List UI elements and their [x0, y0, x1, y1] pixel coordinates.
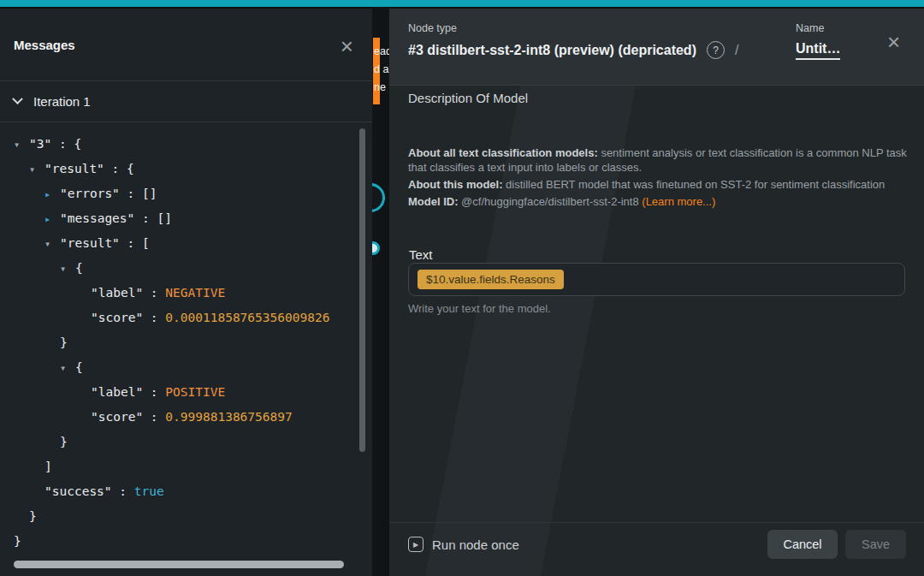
messages-title: Messages: [14, 38, 75, 52]
json-value: 0.999881386756897: [165, 410, 292, 424]
separator-slash: /: [735, 43, 738, 58]
json-tree: ▾"3" : {▾"result" : {▸"errors" : []▸"mes…: [0, 132, 358, 554]
node-config-content: Node type #3 distilbert-sst-2-int8 (prev…: [389, 9, 924, 576]
canvas-connector-icon[interactable]: [372, 241, 380, 255]
cancel-button[interactable]: Cancel: [767, 530, 838, 559]
json-value: true: [134, 484, 164, 498]
json-tree-line: "success" : true: [0, 479, 358, 504]
json-tree-line: }: [0, 504, 358, 529]
collapse-arrow-icon[interactable]: ▾: [60, 356, 75, 381]
text-field-label: Text: [409, 247, 433, 262]
json-tree-line: ▸"errors" : []: [0, 181, 358, 206]
canvas-node-text: eadd arne: [374, 43, 389, 97]
json-tree-line: "label" : POSITIVE: [0, 380, 358, 405]
json-tree-line: ▸"messages" : []: [0, 206, 358, 231]
text-input[interactable]: $10.value.fields.Reasons: [408, 263, 905, 296]
node-config-panel: Node type #3 distilbert-sst-2-int8 (prev…: [389, 9, 924, 576]
variable-chip[interactable]: $10.value.fields.Reasons: [418, 270, 564, 289]
collapse-arrow-icon[interactable]: ▾: [44, 232, 60, 257]
run-node-label: Run node once: [432, 537, 519, 552]
input-helper-text: Write your text for the model.: [408, 302, 551, 315]
description-bold: About this model:: [408, 178, 503, 191]
json-key: "label": [91, 286, 143, 300]
json-value: NEGATIVE: [165, 286, 225, 300]
node-config-footer: ▶ Run node once Cancel Save: [389, 522, 924, 576]
messages-panel-header: Messages ×: [0, 9, 372, 81]
json-tree-line: "score" : 0.00011858765356009826: [0, 306, 358, 330]
description-text: @cf/huggingface/distilbert-sst-2-int8: [459, 195, 643, 208]
json-tree-line: }: [0, 529, 358, 554]
collapse-arrow-icon[interactable]: ▾: [14, 133, 29, 157]
description-bold: Model ID:: [408, 195, 459, 208]
json-key: "score": [91, 311, 143, 324]
json-tree-line: }: [0, 430, 358, 454]
model-description: About all text classification models: se…: [408, 145, 907, 211]
description-text: distilled BERT model that was finetuned …: [503, 178, 886, 191]
node-title: #3 distilbert-sst-2-int8 (preview) (depr…: [408, 43, 696, 58]
json-key: "result": [44, 162, 104, 175]
run-node-button[interactable]: ▶ Run node once: [408, 530, 519, 559]
description-paragraph: About this model: distilled BERT model t…: [408, 177, 907, 192]
help-icon[interactable]: ?: [707, 41, 725, 59]
close-icon[interactable]: ×: [341, 35, 353, 57]
json-tree-line: ▾{: [0, 355, 358, 380]
node-name-field[interactable]: Untit…: [796, 41, 840, 60]
workflow-canvas: eadd arne: [372, 7, 389, 576]
iteration-row[interactable]: Iteration 1: [0, 81, 372, 122]
description-title: Description Of Model: [408, 91, 528, 105]
canvas-node-text-line: d ar: [374, 61, 389, 79]
json-key: "score": [91, 410, 143, 424]
json-tree-line: ▾"result" : {: [0, 157, 358, 181]
horizontal-scrollbar[interactable]: [14, 561, 344, 568]
node-config-header: Node type #3 distilbert-sst-2-int8 (prev…: [389, 9, 924, 86]
app-accent-bar: [0, 0, 924, 7]
json-key: "errors": [60, 187, 120, 200]
vertical-scrollbar[interactable]: [359, 128, 365, 452]
node-title-row: #3 distilbert-sst-2-int8 (preview) (depr…: [408, 41, 738, 59]
play-icon: ▶: [408, 537, 424, 552]
node-type-label: Node type: [408, 22, 457, 34]
json-key: "result": [60, 236, 120, 250]
json-key: "3": [29, 137, 51, 151]
workflow-editor-screen: eadd arne Messages × Iteration 1 ▾"3" : …: [0, 0, 924, 576]
json-tree-line: ▾"3" : {: [0, 132, 358, 157]
iteration-label: Iteration 1: [33, 94, 91, 109]
json-tree-line: ]: [0, 454, 358, 479]
description-bold: About all text classification models:: [408, 146, 598, 159]
description-paragraph: Model ID: @cf/huggingface/distilbert-sst…: [408, 194, 907, 209]
json-key: "success": [44, 484, 112, 498]
expand-arrow-icon[interactable]: ▸: [44, 207, 60, 232]
json-tree-line: ▾"result" : [: [0, 231, 358, 256]
canvas-node-port-icon[interactable]: [372, 183, 385, 212]
collapse-arrow-icon[interactable]: ▾: [29, 157, 44, 182]
expand-arrow-icon[interactable]: ▸: [44, 182, 60, 207]
description-paragraph: About all text classification models: se…: [408, 145, 907, 175]
json-tree-line: "label" : NEGATIVE: [0, 281, 358, 306]
messages-panel: Messages × Iteration 1 ▾"3" : {▾"result"…: [0, 9, 372, 576]
canvas-node-text-line: ne: [374, 79, 389, 97]
chevron-down-icon: [12, 93, 23, 104]
save-button[interactable]: Save: [845, 530, 906, 559]
json-value: 0.00011858765356009826: [165, 311, 329, 324]
close-icon[interactable]: ×: [887, 31, 900, 53]
json-tree-line: "score" : 0.999881386756897: [0, 405, 358, 430]
learn-more-link[interactable]: (Learn more...): [642, 195, 715, 208]
canvas-node-text-line: ead: [374, 43, 389, 61]
json-value: POSITIVE: [165, 385, 225, 399]
name-label: Name: [796, 22, 824, 34]
json-key: "messages": [60, 211, 134, 225]
json-key: "label": [91, 385, 143, 399]
collapse-arrow-icon[interactable]: ▾: [60, 257, 75, 282]
json-tree-line: }: [0, 330, 358, 355]
json-tree-line: ▾{: [0, 256, 358, 281]
